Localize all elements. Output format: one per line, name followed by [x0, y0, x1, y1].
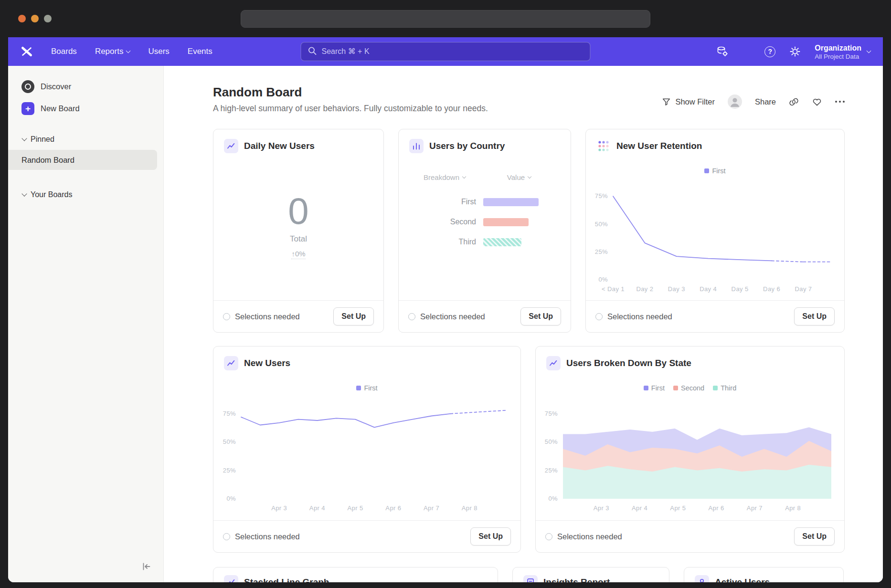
chevron-down-icon — [528, 175, 531, 178]
board-main: Random Board A high-level summary of use… — [164, 66, 883, 582]
board-name: Random Board — [21, 156, 74, 165]
set-up-button[interactable]: Set Up — [794, 307, 835, 326]
svg-text:Apr 6: Apr 6 — [385, 504, 401, 512]
chevron-down-icon — [462, 175, 466, 178]
card-title: Active Users — [715, 577, 770, 582]
sidebar-item-new-board[interactable]: + New Board — [8, 97, 163, 119]
plus-icon: + — [21, 102, 34, 115]
breakdown-bar — [483, 198, 539, 206]
url-bar[interactable] — [241, 10, 650, 28]
org-name: Organization — [815, 43, 861, 53]
nav-item-label: Boards — [51, 47, 77, 56]
svg-text:Apr 4: Apr 4 — [632, 504, 647, 512]
breakdown-bar — [483, 218, 529, 226]
sidebar-section-your-boards[interactable]: Your Boards — [8, 185, 163, 204]
copy-link-icon[interactable] — [789, 97, 799, 107]
sidebar-item-random-board[interactable]: Random Board — [8, 150, 157, 170]
nav-item-label: Events — [188, 47, 212, 56]
set-up-button[interactable]: Set Up — [333, 307, 374, 326]
search-input[interactable] — [322, 47, 583, 56]
empty-circle-icon — [223, 533, 230, 540]
svg-text:0%: 0% — [598, 276, 608, 283]
section-label: Your Boards — [31, 190, 72, 199]
discover-icon — [21, 80, 34, 93]
svg-text:< Day 1: < Day 1 — [602, 285, 625, 293]
favorite-heart-icon[interactable] — [812, 97, 822, 107]
area-chart-icon — [546, 356, 561, 370]
breakdown-dropdown[interactable]: Breakdown — [413, 173, 476, 181]
org-switcher[interactable]: Organization All Project Data — [815, 43, 870, 60]
chevron-down-icon — [21, 191, 27, 196]
minimize-button[interactable] — [31, 15, 39, 22]
more-options-icon[interactable] — [835, 101, 845, 103]
card-users-by-state: Users Broken Down By State FirstSecondTh… — [535, 346, 845, 553]
zoom-button[interactable] — [44, 15, 52, 22]
svg-text:Day 2: Day 2 — [636, 285, 653, 293]
svg-text:Apr 7: Apr 7 — [424, 504, 439, 512]
card-status: Selections needed — [595, 312, 672, 321]
data-management-icon[interactable] — [716, 46, 728, 57]
card-title: Stacked Line Graph — [244, 577, 329, 582]
sidebar: Discover + New Board Pinned Random Board… — [8, 66, 164, 582]
sidebar-collapse-button[interactable] — [141, 561, 152, 574]
svg-text:Day 6: Day 6 — [763, 285, 780, 293]
sidebar-item-label: Discover — [41, 82, 71, 91]
help-icon[interactable]: ? — [764, 46, 775, 57]
card-title: Insights Report — [543, 577, 610, 582]
svg-text:Apr 8: Apr 8 — [785, 504, 801, 512]
nav-item-boards[interactable]: Boards — [51, 47, 77, 56]
empty-circle-icon — [408, 313, 415, 320]
avatar[interactable] — [728, 94, 742, 109]
show-filter-button[interactable]: Show Filter — [662, 97, 715, 106]
nav-item-events[interactable]: Events — [188, 47, 212, 56]
breakdown-row-label: Third — [413, 238, 476, 246]
new-users-line-chart: 75%50%25%0%Apr 3Apr 4Apr 5Apr 6Apr 7Apr … — [214, 394, 520, 515]
svg-text:Apr 6: Apr 6 — [709, 504, 724, 512]
search-bar[interactable] — [301, 42, 591, 61]
svg-text:Day 5: Day 5 — [731, 285, 748, 293]
svg-text:50%: 50% — [223, 438, 235, 445]
apps-grid-icon[interactable] — [742, 47, 751, 56]
card-status: Selections needed — [223, 312, 300, 321]
chevron-down-icon — [126, 48, 131, 53]
sidebar-item-discover[interactable]: Discover — [8, 75, 163, 97]
share-button[interactable]: Share — [755, 97, 776, 106]
breakdown-bars: FirstSecondThird — [399, 192, 571, 252]
card-title: New User Retention — [616, 141, 702, 151]
svg-text:75%: 75% — [545, 410, 558, 417]
chevron-down-icon — [867, 48, 871, 53]
legend-item: First — [704, 167, 725, 175]
set-up-button[interactable]: Set Up — [470, 527, 511, 546]
chart-legend: First — [586, 167, 844, 175]
page-subtitle: A high-level summary of user behaviors. … — [213, 104, 488, 114]
card-active-users: Active Users — [684, 567, 844, 582]
svg-text:25%: 25% — [594, 248, 607, 255]
empty-circle-icon — [595, 313, 603, 320]
svg-text:0%: 0% — [226, 495, 236, 502]
close-button[interactable] — [18, 15, 26, 22]
metric-delta: ↑0% — [291, 250, 305, 259]
mixpanel-logo-icon[interactable] — [21, 45, 33, 58]
svg-text:Apr 7: Apr 7 — [747, 504, 763, 512]
value-dropdown[interactable]: Value — [483, 173, 555, 181]
retention-line-chart: 75%50%25%0%< Day 1Day 2Day 3Day 4Day 5Da… — [586, 177, 844, 296]
svg-text:Day 3: Day 3 — [668, 285, 685, 293]
metric-label: Total — [290, 234, 307, 244]
share-label: Share — [755, 97, 776, 106]
nav-item-reports[interactable]: Reports — [95, 47, 130, 56]
card-insights-report: Insights Report — [512, 567, 669, 582]
search-icon — [308, 46, 317, 57]
breakdown-row-label: Second — [413, 218, 476, 226]
set-up-button[interactable]: Set Up — [794, 527, 835, 546]
svg-text:25%: 25% — [545, 467, 558, 474]
nav-item-users[interactable]: Users — [148, 47, 169, 56]
set-up-button[interactable]: Set Up — [520, 307, 561, 326]
empty-circle-icon — [545, 533, 552, 540]
settings-gear-icon[interactable] — [789, 46, 801, 57]
card-status: Selections needed — [545, 532, 622, 541]
sidebar-section-pinned[interactable]: Pinned — [8, 130, 163, 149]
help-glyph: ? — [768, 48, 772, 55]
card-status: Selections needed — [408, 312, 485, 321]
legend-item: First — [356, 384, 377, 392]
window-chrome — [0, 0, 891, 37]
